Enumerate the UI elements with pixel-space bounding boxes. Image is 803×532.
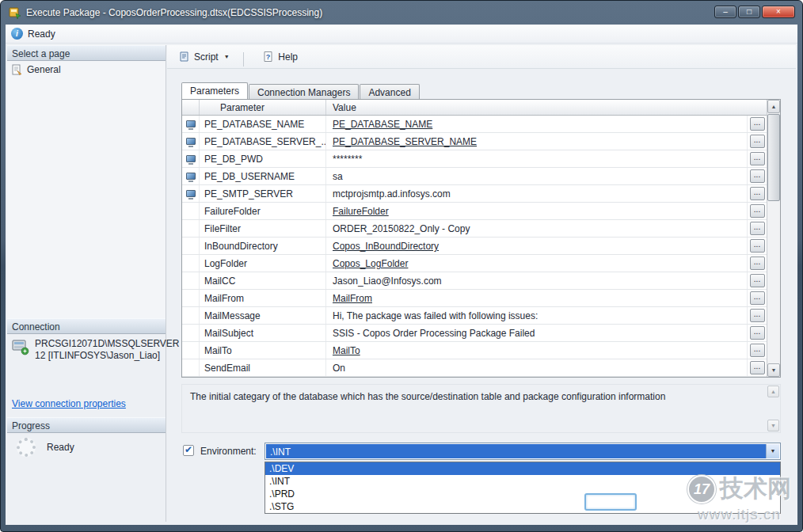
sidebar: Select a page General Connection <box>7 45 166 522</box>
tab-connection-managers[interactable]: Connection Managers <box>249 84 359 99</box>
maximize-button[interactable]: □ <box>738 6 760 18</box>
parameter-name-cell: MailFrom <box>200 290 326 306</box>
parameter-value-cell[interactable]: On <box>326 359 748 376</box>
parameter-value-cell[interactable]: MailFrom <box>326 290 748 306</box>
parameter-value-cell[interactable]: Copos_LogFolder <box>326 255 748 272</box>
server-icon <box>12 338 29 362</box>
parameter-value-cell[interactable]: ******** <box>326 150 748 167</box>
pages-panel: General <box>7 61 166 318</box>
sidebar-item-label: General <box>27 64 61 75</box>
environment-selected-value[interactable]: .\INT <box>266 444 766 458</box>
table-row: PE_DATABASE_SERVER_... PE_DATABASE_SERVE… <box>182 133 767 150</box>
script-button[interactable]: Script ▼ <box>172 48 236 66</box>
grid-header-row: Parameter Value <box>182 100 767 116</box>
scrollbar-thumb[interactable] <box>767 114 780 201</box>
ellipsis-button[interactable]: ... <box>750 204 765 218</box>
grid-header-value: Value <box>326 100 748 115</box>
table-row: SendEmail On ... <box>182 359 767 377</box>
ellipsis-button[interactable]: ... <box>750 256 765 270</box>
select-a-page-header: Select a page <box>7 45 166 61</box>
parameter-env-icon <box>186 138 196 145</box>
parameter-name-cell: FailureFolder <box>200 203 326 219</box>
view-connection-properties-link[interactable]: View connection properties <box>12 398 126 409</box>
parameters-rows: PE_DATABASE_NAME PE_DATABASE_NAME ... PE… <box>182 116 767 377</box>
connection-header: Connection <box>7 318 166 334</box>
status-text: Ready <box>28 28 55 40</box>
description-scroll-up-icon[interactable]: ▲ <box>767 386 779 397</box>
parameter-name-cell: InBoundDirectory <box>200 238 326 254</box>
parameter-name-cell: MailMessage <box>200 307 326 324</box>
environment-combobox[interactable]: .\INT ▼ <box>264 443 781 460</box>
ellipsis-button[interactable]: ... <box>750 222 765 235</box>
table-row: MailTo MailTo ... <box>182 342 767 359</box>
parameter-name-cell: PE_DB_USERNAME <box>200 168 326 184</box>
ellipsis-button[interactable]: ... <box>750 326 765 340</box>
close-button[interactable]: × <box>762 6 795 18</box>
table-row: FileFilter ORDER_20150822_Only - Copy ..… <box>182 220 767 238</box>
sidebar-item-general[interactable]: General <box>7 61 166 78</box>
ellipsis-button[interactable]: ... <box>750 169 765 183</box>
tab-strip: Parameters Connection Managers Advanced <box>181 82 421 99</box>
script-button-label: Script <box>194 51 219 63</box>
parameter-value-cell[interactable]: FailureFolder <box>326 203 748 219</box>
title-bar[interactable]: Execute Package - CoposOrderProcessing.d… <box>1 1 802 25</box>
progress-status-text: Ready <box>47 442 74 453</box>
ellipsis-button[interactable]: ... <box>750 135 765 148</box>
table-row: LogFolder Copos_LogFolder ... <box>182 255 767 272</box>
parameter-value-cell[interactable]: MailTo <box>326 342 748 359</box>
ok-button[interactable] <box>584 493 637 511</box>
parameter-description-text: The initial categary of the database whi… <box>182 385 780 403</box>
parameter-env-icon <box>186 155 196 162</box>
parameter-env-icon <box>186 190 196 197</box>
parameter-value-cell[interactable]: Hi, The package was failed with followin… <box>326 307 748 324</box>
help-button-label: Help <box>278 51 298 63</box>
tab-advanced[interactable]: Advanced <box>360 84 419 99</box>
environment-checkbox[interactable] <box>183 445 194 456</box>
help-button[interactable]: ? Help <box>256 48 304 66</box>
ellipsis-button[interactable]: ... <box>750 291 765 305</box>
ellipsis-button[interactable]: ... <box>750 344 765 357</box>
table-row: PE_DB_USERNAME sa ... <box>182 168 767 185</box>
general-page-icon <box>11 64 22 75</box>
table-row: MailCC Jason_Liao@Infosys.com ... <box>182 272 767 290</box>
parameter-value-cell[interactable]: Copos_InBoundDirectory <box>326 238 748 254</box>
parameter-env-icon <box>186 120 196 127</box>
parameter-name-cell: SendEmail <box>200 359 326 376</box>
svg-text:?: ? <box>266 53 271 61</box>
parameter-value-cell[interactable]: PE_DATABASE_SERVER_NAME <box>326 133 748 150</box>
ellipsis-button[interactable]: ... <box>750 187 765 200</box>
info-icon: i <box>11 28 23 40</box>
parameters-grid: Parameter Value PE_DATABASE_NAME PE_DATA… <box>181 99 781 378</box>
ellipsis-button[interactable]: ... <box>750 117 765 131</box>
scroll-up-icon[interactable]: ▲ <box>767 100 780 113</box>
parameter-name-cell: MailCC <box>200 272 326 289</box>
parameter-value-cell[interactable]: Jason_Liao@Infosys.com <box>326 272 748 289</box>
ellipsis-button[interactable]: ... <box>750 361 765 374</box>
grid-header-dots-column <box>748 100 767 115</box>
ellipsis-button[interactable]: ... <box>750 309 765 322</box>
ellipsis-button[interactable]: ... <box>750 152 765 165</box>
parameter-name-cell: PE_DB_PWD <box>200 150 326 167</box>
parameter-value-cell[interactable]: sa <box>326 168 748 184</box>
combo-dropdown-icon[interactable]: ▼ <box>766 444 779 458</box>
parameter-value-cell[interactable]: ORDER_20150822_Only - Copy <box>326 220 748 237</box>
scroll-down-icon[interactable]: ▼ <box>767 363 780 377</box>
parameter-value-cell[interactable]: SSIS - Copos Order Processing Package Fa… <box>326 325 748 341</box>
grid-vertical-scrollbar: ▲ ▼ <box>767 100 780 377</box>
table-row: MailMessage Hi, The package was failed w… <box>182 307 767 325</box>
progress-panel: Ready <box>17 438 74 457</box>
description-scroll-down-icon[interactable]: ▼ <box>767 420 779 431</box>
table-row: PE_DB_PWD ******** ... <box>182 150 767 168</box>
table-row: FailureFolder FailureFolder ... <box>182 203 767 220</box>
connection-name: PRCSGI12071D\MSSQLSERVER 12 [ITLINFOSYS\… <box>35 338 180 362</box>
ellipsis-button[interactable]: ... <box>750 239 765 253</box>
minimize-button[interactable]: – <box>714 6 736 18</box>
parameter-name-cell: FileFilter <box>200 220 326 237</box>
parameter-name-cell: PE_SMTP_SERVER <box>200 185 326 202</box>
progress-spinner-icon <box>17 438 36 457</box>
parameter-description-panel: The initial categary of the database whi… <box>181 384 781 433</box>
parameter-value-cell[interactable]: mctprojsmtp.ad.infosys.com <box>326 185 748 202</box>
tab-parameters[interactable]: Parameters <box>181 82 248 99</box>
parameter-value-cell[interactable]: PE_DATABASE_NAME <box>326 116 748 132</box>
ellipsis-button[interactable]: ... <box>750 274 765 287</box>
